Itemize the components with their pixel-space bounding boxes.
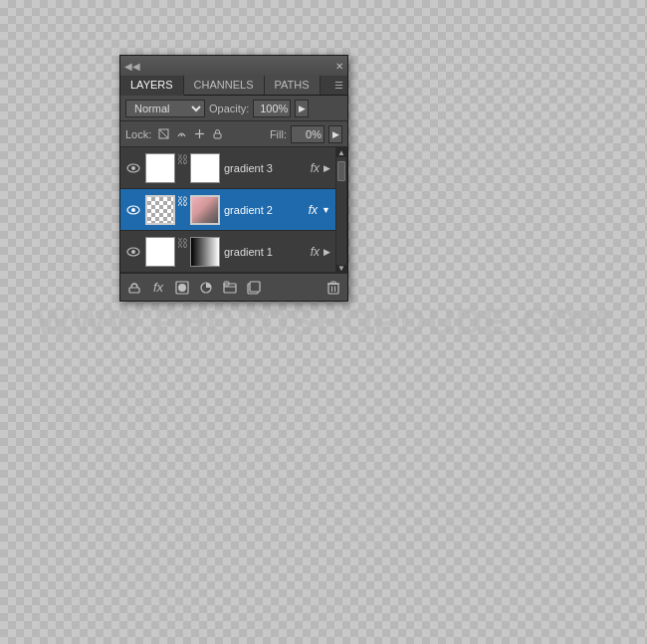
svg-point-9 xyxy=(131,208,135,212)
svg-rect-22 xyxy=(331,282,336,285)
thumb-container-gradient1: ⛓ xyxy=(145,237,220,267)
thumb-layer-gradient1 xyxy=(145,237,175,267)
fx-arrow-gradient1[interactable]: ▶ xyxy=(324,247,330,257)
svg-point-7 xyxy=(131,166,135,170)
fx-icon-gradient3: fx xyxy=(311,161,320,175)
layer-name-gradient3: gradient 3 xyxy=(224,162,307,174)
panel-close-icon[interactable]: ✕ xyxy=(335,61,343,72)
lock-position-btn[interactable] xyxy=(191,126,207,142)
tab-layers[interactable]: LAYERS xyxy=(120,76,184,96)
new-group-btn[interactable] xyxy=(221,279,239,297)
opacity-label: Opacity: xyxy=(209,103,249,114)
thumb-mask-gradient3 xyxy=(190,153,220,183)
chain-icon-gradient2: ⛓ xyxy=(177,195,188,225)
fx-arrow-gradient2[interactable]: ▼ xyxy=(322,205,330,215)
lock-image-btn[interactable] xyxy=(173,126,189,142)
svg-rect-12 xyxy=(129,288,139,293)
svg-rect-19 xyxy=(250,282,260,292)
layer-row-gradient1[interactable]: ⛓ gradient 1 fx ▶ xyxy=(120,231,335,273)
title-bar: ◀◀ ✕ xyxy=(120,56,347,76)
lock-transparent-btn[interactable] xyxy=(155,126,171,142)
new-layer-btn[interactable] xyxy=(245,279,263,297)
scroll-up-arrow[interactable]: ▲ xyxy=(337,149,345,157)
eye-icon-gradient1[interactable] xyxy=(125,244,141,260)
lock-all-btn[interactable] xyxy=(209,126,225,142)
layer-row-gradient2[interactable]: ⛓ gradient 2 fx ▼ xyxy=(120,189,335,231)
eye-icon-gradient2[interactable] xyxy=(125,202,141,218)
svg-point-11 xyxy=(131,250,135,254)
chain-icon-gradient1: ⛓ xyxy=(177,237,188,267)
scroll-thumb[interactable] xyxy=(337,161,345,181)
eye-icon-gradient3[interactable] xyxy=(125,160,141,176)
svg-rect-20 xyxy=(328,284,338,294)
layer-name-gradient1: gradient 1 xyxy=(224,246,307,258)
new-fill-btn[interactable] xyxy=(197,279,215,297)
fx-icon-gradient2: fx xyxy=(309,203,318,217)
thumb-layer-gradient3 xyxy=(145,153,175,183)
fx-icon-gradient1: fx xyxy=(311,245,320,259)
lock-fill-toolbar: Lock: xyxy=(120,121,347,147)
bottom-toolbar: fx xyxy=(120,273,347,301)
chain-icon-gradient3: ⛓ xyxy=(177,153,188,183)
fill-arrow-btn[interactable]: ▶ xyxy=(328,125,342,143)
fill-input[interactable] xyxy=(291,125,324,143)
panel-collapse-icon[interactable]: ◀◀ xyxy=(124,61,140,72)
delete-layer-btn[interactable] xyxy=(324,279,342,297)
svg-line-1 xyxy=(159,129,168,138)
tab-paths[interactable]: PATHS xyxy=(265,76,321,95)
thumb-layer-gradient2 xyxy=(145,195,175,225)
layers-list: ⛓ gradient 3 fx ▶ xyxy=(120,147,335,273)
tabs-container: LAYERS CHANNELS PATHS ☰ xyxy=(120,76,347,96)
fill-label: Fill: xyxy=(270,128,287,140)
layers-panel: ◀◀ ✕ LAYERS CHANNELS PATHS ☰ Normal Mult… xyxy=(119,55,348,302)
lock-label: Lock: xyxy=(125,128,151,140)
layer-name-gradient2: gradient 2 xyxy=(224,204,305,216)
thumb-mask-gradient1 xyxy=(190,237,220,267)
svg-rect-16 xyxy=(224,284,236,293)
panel-menu-icon[interactable]: ☰ xyxy=(334,80,343,91)
layer-mask-btn[interactable] xyxy=(173,279,191,297)
thumb-container-gradient2: ⛓ xyxy=(145,195,220,225)
layer-row-gradient3[interactable]: ⛓ gradient 3 fx ▶ xyxy=(120,147,335,189)
svg-point-14 xyxy=(178,284,186,292)
lock-icons-group xyxy=(155,126,225,142)
link-layers-btn[interactable] xyxy=(125,279,143,297)
opacity-arrow-btn[interactable]: ▶ xyxy=(295,100,309,117)
scroll-down-arrow[interactable]: ▼ xyxy=(337,265,345,273)
blend-opacity-toolbar: Normal Multiply Screen Opacity: ▶ xyxy=(120,96,347,121)
thumb-container-gradient3: ⛓ xyxy=(145,153,220,183)
tab-channels[interactable]: CHANNELS xyxy=(184,76,265,95)
scroll-track[interactable] xyxy=(336,157,346,265)
blend-mode-select[interactable]: Normal Multiply Screen xyxy=(125,100,205,117)
svg-rect-5 xyxy=(214,133,221,138)
layers-container: ⛓ gradient 3 fx ▶ xyxy=(120,147,347,273)
svg-point-2 xyxy=(180,134,182,136)
fx-arrow-gradient3[interactable]: ▶ xyxy=(324,163,330,173)
title-bar-controls: ✕ xyxy=(335,61,343,72)
layer-effects-btn[interactable]: fx xyxy=(149,279,167,297)
layers-scrollbar: ▲ ▼ xyxy=(335,147,347,273)
thumb-mask-gradient2 xyxy=(190,195,220,225)
opacity-input[interactable] xyxy=(253,100,291,117)
